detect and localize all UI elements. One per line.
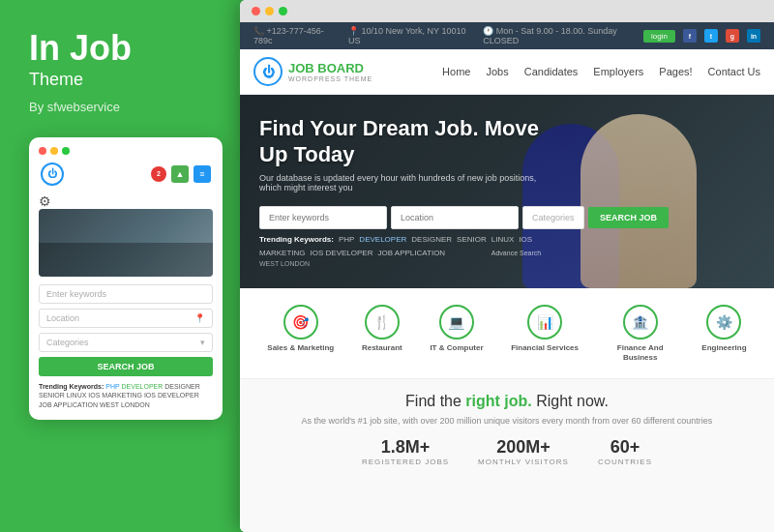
cat-finance-business[interactable]: 🏦 Finance And Business [599,300,682,367]
cat-sales-marketing[interactable]: 🎯 Sales & Marketing [259,300,342,367]
topbar-left: 📞 +123-777-456-789c 📍 10/10 New York, NY… [253,26,643,45]
linkedin-icon[interactable]: in [747,29,760,43]
mobile-keywords-input[interactable]: Enter keywords [39,284,213,304]
search-bar: Categories SEARCH JOB [259,206,541,229]
kw-developer[interactable]: DEVELOPER [359,235,406,244]
hero-categories-select[interactable]: Categories [522,206,584,229]
login-button[interactable]: login [643,30,675,43]
mobile-icons: 2 ▲ ≡ [151,165,211,183]
nav-candidates[interactable]: Candidates [524,64,579,79]
mobile-topbar: ⏻ 2 ▲ ≡ [39,163,213,186]
stat-value-countries: 60+ [598,437,652,458]
brand-subtitle: Theme [29,70,221,90]
stat-value-jobs: 1.8M+ [362,437,449,458]
cat-icon-restaurant: 🍴 [365,305,400,340]
mobile-preview: ⏻ 2 ▲ ≡ ⚙ Enter keywords Location 📍 Cate… [29,137,223,420]
site-logo: ⏻ JOB BOARD WORDPRESS THEME [253,57,372,86]
cat-restaurant[interactable]: 🍴 Restaurant [354,300,410,367]
mobile-gear-icon: ⚙ [39,193,213,209]
topbar-phone: 📞 +123-777-456-789c [253,26,337,45]
advance-search-link[interactable]: Advance Search [491,250,541,256]
hero-title: Find Your Dream Job. Move Up Today [259,116,541,167]
browser-dot-red [252,7,260,15]
kw-linux[interactable]: LINUX [491,235,515,244]
stats-row: 1.8M+ REGISTERED JOBS 200M+ MONTHLY VISI… [259,437,755,466]
cat-label-finance: Finance And Business [607,343,674,362]
bottom-description: As the world's #1 job site, with over 20… [259,416,755,426]
cat-label-engineering: Engineering [701,343,746,353]
hero-person-1 [580,114,697,288]
cat-label-it: IT & Computer [430,343,483,353]
kw-job-app[interactable]: JOB APPLICATION [377,249,445,257]
mobile-trending-keywords: Trending Keywords: PHP DEVELOPER DESIGNE… [39,382,213,410]
brand-title: In Job [29,29,221,68]
topbar-right: login f t g in [643,29,760,43]
mobile-location-input[interactable]: Location 📍 [39,309,213,328]
website-container: 📞 +123-777-456-789c 📍 10/10 New York, NY… [240,22,774,532]
kw-marketing[interactable]: MARKETING [259,249,306,257]
logo-icon: ⏻ [253,57,283,86]
topbar-address: 📍 10/10 New York, NY 10010 US [348,26,471,45]
browser-dot-green [279,7,287,15]
kw-php[interactable]: PHP [339,235,354,244]
browser-chrome [240,0,774,22]
mobile-logo: ⏻ [41,163,64,186]
dot-yellow [50,147,58,155]
stat-monthly-visitors: 200M+ MONTHLY VISITORS [478,437,569,466]
cat-icon-it: 💻 [439,305,474,340]
kw-designer[interactable]: DESIGNER [411,235,452,244]
mobile-search-button[interactable]: SEARCH JOB [39,357,213,376]
brand-author: By sfwebservice [29,100,221,114]
cat-icon-finance: 🏦 [623,305,658,340]
logo-text-block: JOB BOARD WORDPRESS THEME [288,61,372,83]
hero-trending-bar: Trending Keywords: PHP DEVELOPER DESIGNE… [259,235,541,257]
logo-text: JOB BOARD [288,61,372,76]
mobile-user-icon: ▲ [171,165,189,183]
bottom-title: Find the right job. Right now. [259,393,755,410]
site-topbar: 📞 +123-777-456-789c 📍 10/10 New York, NY… [240,22,774,49]
cat-engineering[interactable]: ⚙️ Engineering [694,300,754,367]
bottom-section: Find the right job. Right now. As the wo… [240,379,774,532]
site-hero: Find Your Dream Job. Move Up Today Our d… [240,95,774,288]
mobile-hero-image [39,209,213,277]
left-panel: In Job Theme By sfwebservice ⏻ 2 ▲ ≡ ⚙ E… [0,0,240,532]
mobile-categories-select[interactable]: Categories ▾ [39,333,213,352]
cat-icon-sales: 🎯 [283,305,318,340]
nav-home[interactable]: Home [442,64,470,79]
nav-employers[interactable]: Employers [593,64,643,79]
hero-keywords-input[interactable] [259,206,387,229]
facebook-icon[interactable]: f [683,29,697,43]
dot-red [39,147,46,155]
stat-value-visitors: 200M+ [478,437,569,458]
hero-search-button[interactable]: SEARCH JOB [588,207,669,228]
cat-label-financial: Financial Services [511,343,579,353]
mobile-notification-badge: 2 [151,166,166,182]
twitter-icon[interactable]: t [704,29,718,43]
mobile-menu-icon: ≡ [194,165,211,183]
cat-it-computer[interactable]: 💻 IT & Computer [422,300,491,367]
kw-ios[interactable]: IOS [519,235,532,244]
hero-content: Find Your Dream Job. Move Up Today Our d… [240,116,560,267]
nav-jobs[interactable]: Jobs [486,64,508,79]
cat-label-restaurant: Restaurant [362,343,402,353]
site-navbar: ⏻ JOB BOARD WORDPRESS THEME Home Jobs Ca… [240,49,774,95]
googleplus-icon[interactable]: g [726,29,739,43]
cat-financial[interactable]: 📊 Financial Services [503,300,586,367]
kw-ios-dev[interactable]: IOS DEVELOPER [311,249,373,257]
nav-pages[interactable]: Pages! [659,64,692,79]
browser-dot-yellow [265,7,274,15]
mobile-hero-overlay [39,243,213,277]
cat-icon-engineering: ⚙️ [706,305,741,340]
hero-subtitle: Our database is updated every hour with … [259,173,541,192]
nav-contact[interactable]: Contact Us [708,64,760,79]
categories-section: 🎯 Sales & Marketing 🍴 Restaurant 💻 IT & … [240,288,774,379]
hero-location-input[interactable] [391,206,519,229]
stat-label-countries: COUNTRIES [598,458,652,466]
cat-label-sales: Sales & Marketing [267,343,334,353]
dot-green [62,147,70,155]
browser-window: 📞 +123-777-456-789c 📍 10/10 New York, NY… [240,0,774,532]
stat-countries: 60+ COUNTRIES [598,437,652,466]
cat-icon-financial: 📊 [527,305,562,340]
kw-senior[interactable]: SENIOR [457,235,487,244]
mobile-window-dots [39,147,213,155]
